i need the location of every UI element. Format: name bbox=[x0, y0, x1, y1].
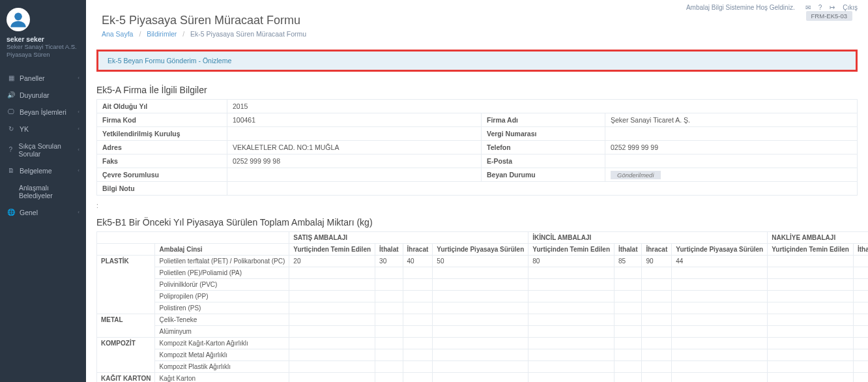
data-cell bbox=[403, 302, 433, 314]
sidebar-item[interactable]: ▦Paneller‹ bbox=[0, 70, 86, 87]
ek5a-name-label: Firma Adı bbox=[482, 113, 605, 127]
data-cell: Polistiren (PS) bbox=[155, 302, 289, 314]
data-cell bbox=[433, 279, 528, 291]
table-row: METALÇelik-Teneke bbox=[97, 314, 869, 326]
data-cell bbox=[853, 338, 868, 349]
sidebar-item[interactable]: ↻YK‹ bbox=[0, 121, 86, 138]
sidebar-item[interactable]: ?Sıkça Sorulan Sorular‹ bbox=[0, 138, 86, 162]
data-cell bbox=[768, 291, 854, 302]
data-cell bbox=[672, 291, 768, 302]
table-row: Kompozit Metal Ağırlıklı bbox=[97, 349, 869, 361]
ek5a-auth-value bbox=[227, 127, 482, 141]
chevron-left-icon: ‹ bbox=[78, 126, 80, 132]
data-cell bbox=[853, 279, 868, 291]
data-cell bbox=[289, 267, 375, 279]
data-cell: Polipropilen (PP) bbox=[155, 291, 289, 302]
data-cell bbox=[853, 361, 868, 373]
data-cell bbox=[433, 314, 528, 326]
data-cell bbox=[615, 373, 642, 383]
data-cell bbox=[433, 349, 528, 361]
data-cell bbox=[768, 349, 854, 361]
data-cell bbox=[768, 338, 854, 349]
data-cell bbox=[853, 291, 868, 302]
ek5a-auth-label: Yetkilendirilmiş Kuruluş bbox=[97, 127, 227, 141]
data-cell bbox=[433, 267, 528, 279]
nav-label: Duyurular bbox=[20, 91, 50, 99]
category-cell: KOMPOZİT bbox=[97, 338, 155, 373]
data-cell: 44 bbox=[672, 256, 768, 267]
ek5b1-title: Ek5-B1 Bir Önceki Yıl Piyasaya Sürülen T… bbox=[96, 217, 858, 228]
data-cell bbox=[642, 314, 672, 326]
data-cell: Kompozit Plastik Ağırlıklı bbox=[155, 361, 289, 373]
data-cell bbox=[768, 279, 854, 291]
status-badge: Gönderilmedi bbox=[611, 171, 661, 179]
nav-icon: 🖵 bbox=[7, 108, 16, 115]
data-cell bbox=[768, 314, 854, 326]
data-cell bbox=[375, 291, 403, 302]
user-name: seker seker bbox=[7, 35, 80, 43]
data-cell bbox=[853, 267, 868, 279]
data-cell bbox=[853, 256, 868, 267]
data-cell bbox=[433, 326, 528, 338]
breadcrumb-home[interactable]: Ana Sayfa bbox=[102, 30, 133, 38]
chevron-left-icon: ‹ bbox=[78, 168, 80, 173]
data-cell bbox=[289, 349, 375, 361]
category-cell: KAĞIT KARTON bbox=[97, 373, 155, 383]
data-cell bbox=[375, 373, 403, 383]
data-cell bbox=[853, 373, 868, 383]
ek5a-mail-value bbox=[605, 154, 858, 168]
data-cell bbox=[433, 338, 528, 349]
table-row: Polistiren (PS) bbox=[97, 302, 869, 314]
data-cell bbox=[528, 291, 615, 302]
data-cell bbox=[672, 279, 768, 291]
category-cell: PLASTİK bbox=[97, 256, 155, 314]
ek5a-tel-label: Telefon bbox=[482, 141, 605, 154]
form-code-badge: FRM-EK5-03 bbox=[806, 11, 852, 21]
chevron-left-icon: ‹ bbox=[78, 109, 80, 115]
sidebar-item[interactable]: Anlaşmalı Belediyeler bbox=[0, 179, 86, 204]
logout-link[interactable]: Çıkış bbox=[843, 4, 858, 11]
sidebar-item[interactable]: 🗎Belgeleme‹ bbox=[0, 162, 86, 179]
data-cell bbox=[375, 314, 403, 326]
ek5a-year-value: 2015 bbox=[227, 100, 858, 113]
sidebar-item[interactable]: 🖵Beyan İşlemleri‹ bbox=[0, 104, 86, 121]
table-row: KAĞIT KARTONKağıt Karton bbox=[97, 373, 869, 383]
nav-label: YK bbox=[20, 125, 29, 133]
data-cell: Kağıt Karton bbox=[155, 373, 289, 383]
data-cell bbox=[403, 349, 433, 361]
breadcrumb-mid[interactable]: Bildirimler bbox=[147, 30, 177, 38]
data-cell bbox=[289, 291, 375, 302]
data-cell bbox=[642, 279, 672, 291]
data-cell bbox=[375, 267, 403, 279]
nav-label: Sıkça Sorulan Sorular bbox=[18, 142, 78, 158]
breadcrumb: Ana Sayfa / Bildirimler / Ek-5 Piyasaya … bbox=[102, 30, 852, 38]
group-secondary: İKİNCİL AMBALAJI bbox=[528, 232, 768, 244]
data-cell bbox=[289, 314, 375, 326]
sidebar-item[interactable]: 🌐Genel‹ bbox=[0, 204, 86, 221]
data-cell bbox=[528, 314, 615, 326]
ek5a-code-value: 100461 bbox=[227, 113, 482, 127]
data-cell bbox=[375, 279, 403, 291]
data-cell bbox=[289, 361, 375, 373]
data-cell bbox=[528, 326, 615, 338]
user-role-dropdown[interactable]: Piyasaya Süren bbox=[7, 51, 80, 59]
ek5a-env-value bbox=[227, 168, 482, 182]
data-cell bbox=[768, 326, 854, 338]
data-cell bbox=[672, 361, 768, 373]
sidebar-item[interactable]: 🔊Duyurular bbox=[0, 87, 86, 104]
mail-icon[interactable]: ✉ bbox=[805, 4, 811, 11]
user-org: Seker Sanayi Ticaret A.S. bbox=[7, 43, 80, 51]
data-cell: 50 bbox=[433, 256, 528, 267]
data-cell bbox=[528, 267, 615, 279]
data-cell bbox=[642, 291, 672, 302]
page-title: Ek-5 Piyasaya Süren Müracaat Formu bbox=[102, 14, 300, 27]
logout-icon[interactable]: ↦ bbox=[830, 4, 835, 11]
data-cell bbox=[642, 349, 672, 361]
data-cell bbox=[768, 267, 854, 279]
data-cell bbox=[672, 373, 768, 383]
data-cell bbox=[528, 373, 615, 383]
data-cell bbox=[642, 302, 672, 314]
data-cell bbox=[403, 373, 433, 383]
help-icon[interactable]: ? bbox=[818, 4, 822, 11]
matrix-sub-row: Ambalaj Cinsi Yurtiçinden Temin Edilen İ… bbox=[97, 244, 869, 256]
